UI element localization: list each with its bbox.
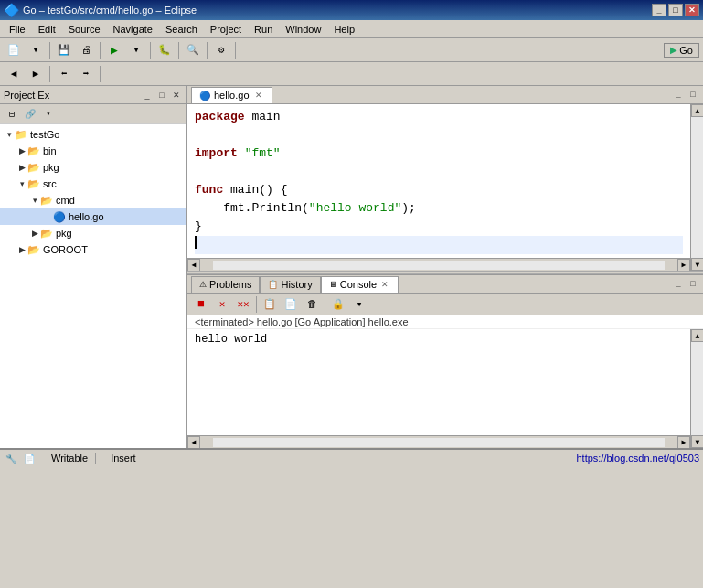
maximize-button[interactable]: □ [668,4,683,16]
console-scroll-down[interactable]: ▼ [691,435,703,448]
console-tab-console-label: Console [340,279,377,290]
project-explorer-title: Project Ex [4,90,49,101]
ext1[interactable]: ⚙ [211,41,231,59]
vscroll-track[interactable] [691,117,703,258]
menu-help[interactable]: Help [328,22,360,37]
editor-vscrollbar[interactable]: ▲ ▼ [690,104,703,271]
console-vscroll-track[interactable] [691,342,703,435]
console-remove-all-button[interactable]: ✕✕ [233,295,253,314]
console-paste-button[interactable]: 📄 [281,295,301,314]
debug-button[interactable]: 🐛 [154,41,175,59]
menu-source[interactable]: Source [63,22,106,37]
close-button[interactable]: ✕ [685,4,699,16]
keyword-func: func [195,181,223,199]
new-dropdown[interactable]: ▾ [26,41,46,59]
console-tab-close[interactable]: ✕ [379,279,390,290]
console-options-button[interactable]: ▾ [349,295,369,314]
editor-hscrollbar[interactable]: ◀ ▶ [187,258,690,271]
console-vscrollbar[interactable]: ▲ ▼ [690,329,703,448]
project-tree: ▾ 📁 testGo ▶ 📂 bin ▶ 📂 pkg ▾ 📂 src [0,124,186,448]
back-button[interactable]: ◀ [4,65,24,83]
console-tab-console[interactable]: 🖥 Console ✕ [321,276,399,293]
editor-with-scrollbar: package main import "fmt" func main() { … [187,104,703,271]
toolbar1: 📄 ▾ 💾 🖨 ▶ ▾ 🐛 🔍 ⚙ ▶ Go [0,38,703,62]
console-scroll-up[interactable]: ▲ [691,329,703,342]
panel-close-button[interactable]: ✕ [170,89,183,102]
console-icon: 🖥 [329,280,337,289]
folder-icon-bin: 📂 [27,145,40,157]
minimize-button[interactable]: _ [652,4,666,16]
tree-item-pkg1[interactable]: ▶ 📂 pkg [0,159,186,176]
tree-item-bin[interactable]: ▶ 📂 bin [0,143,186,159]
tree-label-pkg1: pkg [43,162,59,173]
scroll-left-button[interactable]: ◀ [187,259,200,272]
console-minimize-button[interactable]: _ [672,278,685,291]
console-copy-button[interactable]: 📋 [260,295,280,314]
console-scroll-left[interactable]: ◀ [187,436,200,449]
collapse-all-button[interactable]: ⊟ [4,106,20,123]
console-scroll-track[interactable] [213,438,665,447]
console-scroll-lock-button[interactable]: 🔒 [328,295,348,314]
editor-minimize-button[interactable]: _ [672,89,685,102]
next-edit-button[interactable]: ➡ [76,65,96,83]
sep3 [150,42,151,59]
menu-run[interactable]: Run [249,22,278,37]
console-tab-problems[interactable]: ⚠ Problems [191,276,260,293]
search-button[interactable]: 🔍 [183,41,203,59]
code-line-7: } [195,218,683,236]
menu-window[interactable]: Window [280,22,326,37]
tree-item-pkg2[interactable]: ▶ 📂 pkg [0,225,186,241]
menu-edit[interactable]: Edit [33,22,61,37]
menu-search[interactable]: Search [160,22,203,37]
console-tabs: ⚠ Problems 📋 History 🖥 Console ✕ [191,276,399,293]
tree-item-src[interactable]: ▾ 📂 src [0,176,186,192]
tree-item-cmd[interactable]: ▾ 📂 cmd [0,192,186,208]
console-tab-problems-label: Problems [209,279,251,290]
console-remove-button[interactable]: ✕ [212,295,232,314]
forward-button[interactable]: ▶ [26,65,46,83]
tree-item-goroot[interactable]: ▶ 📂 GOROOT [0,241,186,258]
editor-tab-close[interactable]: ✕ [253,90,264,101]
console-toolbar: ■ ✕ ✕✕ 📋 📄 🗑 🔒 ▾ [187,294,703,315]
sep2 [100,42,101,59]
console-terminate-button[interactable]: ■ [191,295,211,314]
code-editor[interactable]: package main import "fmt" func main() { … [187,104,690,258]
toolbar2: ◀ ▶ ⬅ ➡ [0,62,703,86]
scroll-down-button[interactable]: ▼ [691,258,703,271]
new-button[interactable]: 📄 [4,41,24,59]
run-dropdown[interactable]: ▾ [126,41,146,59]
status-icon1[interactable]: 🔧 [4,451,18,465]
editor-maximize-button[interactable]: □ [687,89,699,102]
console-panel: ⚠ Problems 📋 History 🖥 Console ✕ _ [187,274,703,448]
console-output[interactable]: hello world [187,329,690,435]
scroll-track[interactable] [213,261,665,270]
console-hscrollbar[interactable]: ◀ ▶ [187,435,690,448]
save-button[interactable]: 💾 [54,41,74,59]
tree-item-hello-go[interactable]: 🔵 hello.go [0,208,186,225]
console-maximize-button[interactable]: □ [687,278,699,291]
panel-minimize-button[interactable]: _ [141,89,154,102]
panel-maximize-button[interactable]: □ [155,89,168,102]
menu-project[interactable]: Project [205,22,247,37]
menu-file[interactable]: File [4,22,31,37]
prev-edit-button[interactable]: ⬅ [54,65,74,83]
console-tab-history[interactable]: 📋 History [260,276,320,293]
code-line-8 [195,236,683,254]
editor-panel: 🔵 hello.go ✕ _ □ package main [187,86,703,271]
tree-item-testgo[interactable]: ▾ 📁 testGo [0,126,186,143]
editor-tab-hello-go[interactable]: 🔵 hello.go ✕ [191,87,272,103]
link-with-editor-button[interactable]: 🔗 [22,106,38,123]
run-button[interactable]: ▶ [104,41,124,59]
view-menu-button[interactable]: ▾ [40,106,57,123]
print-button[interactable]: 🖨 [76,41,96,59]
status-icon2[interactable]: 📄 [22,451,37,465]
scroll-right-button[interactable]: ▶ [677,259,690,272]
scroll-up-button[interactable]: ▲ [691,104,703,117]
menu-navigate[interactable]: Navigate [108,22,158,37]
console-clear-button[interactable]: 🗑 [302,295,322,314]
go-run-button[interactable]: ▶ Go [664,43,699,58]
console-scroll-right[interactable]: ▶ [677,436,690,449]
status-left: 🔧 📄 Writable Insert [4,451,144,465]
tsep2 [100,66,101,82]
tree-label-goroot: GOROOT [43,244,88,255]
